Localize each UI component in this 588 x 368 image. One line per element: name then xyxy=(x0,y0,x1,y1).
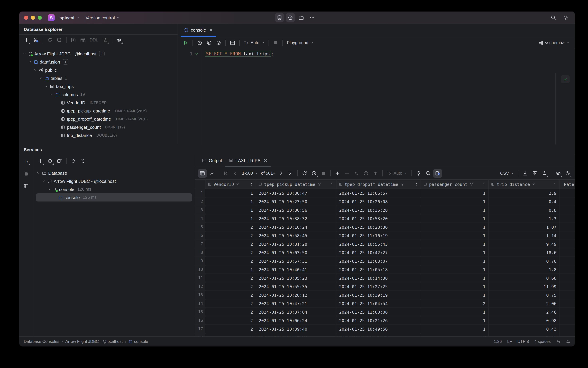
import-export-button[interactable] xyxy=(100,36,109,45)
expanded-chevron-icon[interactable] xyxy=(36,171,40,175)
view-options-button[interactable] xyxy=(114,36,123,45)
cell-passenger_count[interactable]: 1 xyxy=(421,291,489,299)
minimize-window-button[interactable] xyxy=(31,16,35,20)
tree-item-console[interactable]: console126 ms xyxy=(36,193,192,202)
column-header-tpep_dropoff_datetime[interactable]: tpep_dropoff_datetime xyxy=(337,180,421,189)
cell-vendorid[interactable]: 2 xyxy=(205,282,256,291)
cell-passenger_count[interactable]: 1 xyxy=(421,223,489,231)
tree-item-datafusion[interactable]: datafusion1 xyxy=(19,58,178,66)
cell-tpep_pickup_datetime[interactable]: 2024-01-25 10:05:23 xyxy=(256,274,337,282)
cell-vendorid[interactable]: 2 xyxy=(205,274,256,282)
cell-tpep_dropoff_datetime[interactable]: 2024-01-25 10:35:28 xyxy=(337,206,421,214)
cell-vendorid[interactable]: 2 xyxy=(205,291,256,299)
breadcrumb-item[interactable]: Arrow Flight JDBC - @localhost xyxy=(65,339,123,344)
page-size-button[interactable]: 1-500 xyxy=(240,169,260,178)
grid-settings-button[interactable] xyxy=(563,169,572,178)
search-everywhere-button[interactable] xyxy=(549,13,558,22)
stop-strip-button[interactable] xyxy=(22,170,31,178)
cell-rate[interactable] xyxy=(560,265,575,274)
cell-passenger_count[interactable]: 2 xyxy=(421,333,489,336)
column-list-button[interactable] xyxy=(433,169,442,178)
breadcrumb-item[interactable]: Database Consoles xyxy=(24,339,59,344)
cell-tpep_pickup_datetime[interactable]: 2024-01-25 10:06:24 xyxy=(256,316,337,324)
cell-tpep_dropoff_datetime[interactable]: 2024-01-25 10:55:43 xyxy=(337,240,421,248)
cell-rate[interactable] xyxy=(560,282,575,291)
cell-tpep_dropoff_datetime[interactable]: 2024-01-25 10:23:36 xyxy=(337,223,421,231)
schema-selector-button[interactable]: <schema> xyxy=(537,38,571,47)
cell-vendorid[interactable]: 1 xyxy=(205,197,256,206)
tree-item-arrow-flight-jdbc-localhost[interactable]: Arrow Flight JDBC - @localhost xyxy=(33,177,195,185)
find-in-grid-button[interactable] xyxy=(424,169,433,178)
cell-rate[interactable] xyxy=(560,257,575,265)
sql-code[interactable]: SELECT * FROM taxi_trips; xyxy=(202,49,575,144)
parameters-button[interactable] xyxy=(205,38,214,47)
cell-tpep_pickup_datetime[interactable]: 2024-01-25 10:40:41 xyxy=(256,265,337,274)
cell-tpep_dropoff_datetime[interactable]: 2024-01-25 11:04:54 xyxy=(337,299,421,307)
cell-tpep_dropoff_datetime[interactable]: 2024-01-25 11:06:57 xyxy=(337,189,421,197)
tree-item-tpep-pickup-datetime[interactable]: tpep_pickup_datetimeTIMESTAMP(26,6) xyxy=(19,107,178,115)
cell-trip_distance[interactable]: 1.3 xyxy=(489,214,560,222)
new-data-source-button[interactable] xyxy=(22,36,31,45)
notifications-button[interactable] xyxy=(566,339,570,344)
cell-passenger_count[interactable]: 1 xyxy=(421,308,489,316)
stop-button[interactable] xyxy=(271,38,280,47)
grid-tx-mode-button[interactable]: Tx: Auto xyxy=(385,169,409,178)
run-button[interactable] xyxy=(181,38,190,47)
cell-tpep_dropoff_datetime[interactable]: 2024-01-25 10:49:56 xyxy=(337,325,421,333)
cell-tpep_dropoff_datetime[interactable]: 2024-01-25 11:05:18 xyxy=(337,265,421,274)
expanded-chevron-icon[interactable] xyxy=(41,179,46,183)
expanded-chevron-icon[interactable] xyxy=(44,85,48,88)
cell-vendorid[interactable]: 2 xyxy=(205,325,256,333)
cell-rate[interactable] xyxy=(560,316,575,324)
row-number[interactable]: 17 xyxy=(195,325,205,333)
reload-page-button[interactable] xyxy=(300,169,309,178)
cell-rate[interactable] xyxy=(560,240,575,248)
cell-trip_distance[interactable]: 2.46 xyxy=(489,308,560,316)
grid-view-options-button[interactable] xyxy=(554,169,562,178)
row-number[interactable]: 1 xyxy=(195,189,205,197)
cell-trip_distance[interactable]: 1.14 xyxy=(489,231,560,239)
row-number[interactable]: 5 xyxy=(195,223,205,231)
column-header-vendorid[interactable]: VendorID xyxy=(205,180,256,189)
cell-tpep_pickup_datetime[interactable]: 2024-01-25 10:36:47 xyxy=(256,189,337,197)
row-number[interactable]: 13 xyxy=(195,291,205,299)
tree-item-database[interactable]: Database xyxy=(33,169,195,177)
import-data-button[interactable] xyxy=(530,169,539,178)
row-number[interactable]: 14 xyxy=(195,299,205,307)
cell-trip_distance[interactable]: 2.06 xyxy=(489,299,560,307)
cell-passenger_count[interactable]: 1 xyxy=(421,325,489,333)
cell-rate[interactable] xyxy=(560,333,575,336)
readonly-toggle[interactable] xyxy=(556,339,561,344)
export-format-button[interactable]: CSV xyxy=(499,169,516,178)
cell-trip_distance[interactable]: 11.99 xyxy=(489,282,560,291)
project-menu-button[interactable]: spiceai xyxy=(58,14,81,21)
tx-strip-button[interactable]: Tx xyxy=(22,158,31,166)
tree-item-vendorid[interactable]: VendorIDINTEGER xyxy=(19,99,178,107)
cell-rate[interactable] xyxy=(560,197,575,206)
cell-vendorid[interactable]: 1 xyxy=(205,189,256,197)
submit-button[interactable] xyxy=(362,169,370,178)
cell-trip_distance[interactable]: 0.76 xyxy=(489,257,560,265)
breadcrumb-item[interactable]: console xyxy=(129,339,148,344)
cell-trip_distance[interactable]: 2.9 xyxy=(489,189,560,197)
revert-button[interactable] xyxy=(352,169,361,178)
tree-item-console[interactable]: console126 ms xyxy=(33,185,195,193)
cell-passenger_count[interactable]: 1 xyxy=(421,274,489,282)
expanded-chevron-icon[interactable] xyxy=(38,76,43,80)
cell-tpep_pickup_datetime[interactable]: 2024-01-25 10:31:28 xyxy=(256,240,337,248)
cell-trip_distance[interactable]: 18.6 xyxy=(489,248,560,257)
next-page-button[interactable] xyxy=(277,169,285,178)
cell-passenger_count[interactable]: 1 xyxy=(421,197,489,206)
expand-all-button[interactable] xyxy=(69,156,78,165)
cell-rate[interactable] xyxy=(560,325,575,333)
cell-tpep_dropoff_datetime[interactable]: 2024-01-25 10:42:27 xyxy=(337,248,421,257)
cell-trip_distance[interactable]: 0.98 xyxy=(489,316,560,324)
cell-rate[interactable] xyxy=(560,299,575,307)
collapse-all-button[interactable] xyxy=(78,156,87,165)
cell-tpep_pickup_datetime[interactable]: 2024-01-25 10:39:40 xyxy=(256,325,337,333)
row-number[interactable]: 11 xyxy=(195,274,205,282)
last-page-button[interactable] xyxy=(286,169,295,178)
ddl-button[interactable]: DDL xyxy=(88,36,100,45)
row-number[interactable]: 15 xyxy=(195,308,205,316)
cell-tpep_pickup_datetime[interactable]: 2024-01-25 10:37:04 xyxy=(256,308,337,316)
